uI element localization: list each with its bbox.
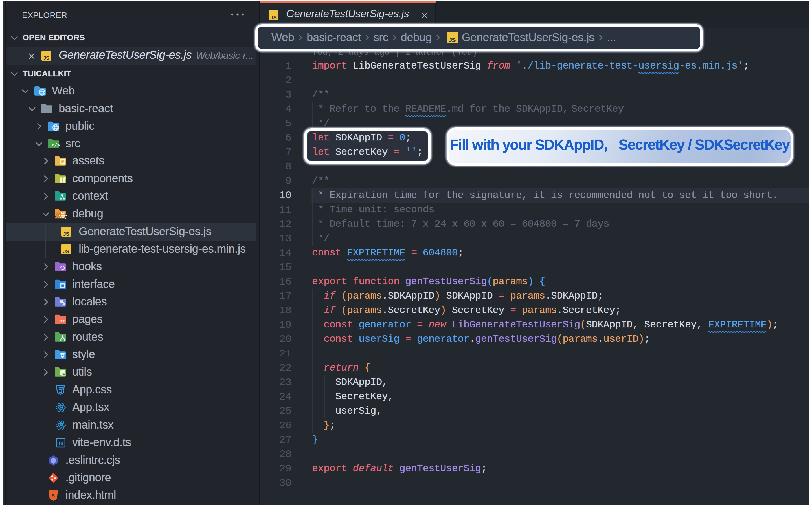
svg-text:TS: TS: [58, 441, 63, 446]
svg-text:5: 5: [52, 493, 54, 499]
svg-text:</>: </>: [52, 143, 60, 148]
svg-text:<>: <>: [60, 319, 65, 324]
